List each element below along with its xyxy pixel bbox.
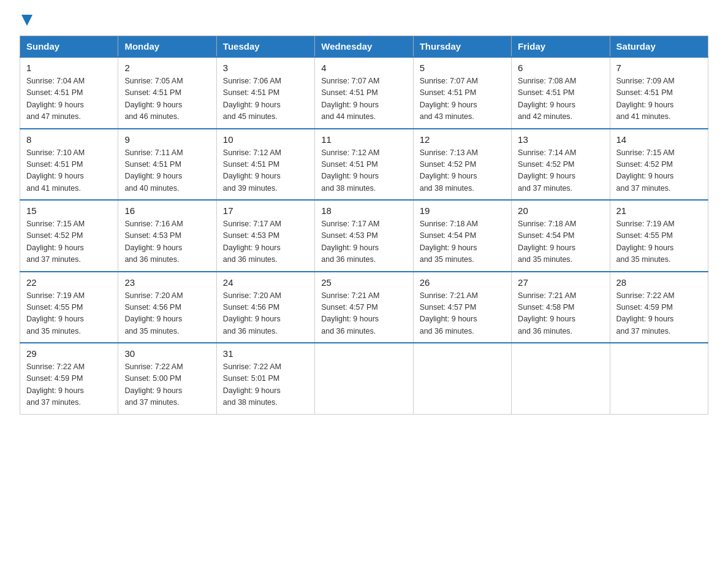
day-info: Sunrise: 7:09 AM Sunset: 4:51 PM Dayligh… xyxy=(616,75,702,123)
calendar-cell: 16 Sunrise: 7:16 AM Sunset: 4:53 PM Dayl… xyxy=(118,200,216,272)
weekday-header-row: SundayMondayTuesdayWednesdayThursdayFrid… xyxy=(20,36,708,58)
day-info: Sunrise: 7:04 AM Sunset: 4:51 PM Dayligh… xyxy=(26,75,112,123)
calendar-cell xyxy=(413,343,511,414)
calendar-cell: 23 Sunrise: 7:20 AM Sunset: 4:56 PM Dayl… xyxy=(118,272,216,343)
day-number: 30 xyxy=(124,348,210,359)
day-info: Sunrise: 7:06 AM Sunset: 4:51 PM Dayligh… xyxy=(223,75,308,123)
calendar-cell: 9 Sunrise: 7:11 AM Sunset: 4:51 PM Dayli… xyxy=(118,129,216,201)
day-number: 24 xyxy=(223,277,308,288)
calendar-cell xyxy=(512,343,610,414)
calendar-cell: 21 Sunrise: 7:19 AM Sunset: 4:55 PM Dayl… xyxy=(610,200,708,272)
week-row-2: 8 Sunrise: 7:10 AM Sunset: 4:51 PM Dayli… xyxy=(20,129,708,201)
weekday-header-tuesday: Tuesday xyxy=(216,36,314,58)
day-number: 18 xyxy=(321,205,406,216)
day-number: 12 xyxy=(420,134,505,145)
calendar-cell: 6 Sunrise: 7:08 AM Sunset: 4:51 PM Dayli… xyxy=(512,57,610,129)
day-number: 22 xyxy=(26,277,112,288)
day-number: 26 xyxy=(420,277,505,288)
day-info: Sunrise: 7:07 AM Sunset: 4:51 PM Dayligh… xyxy=(420,75,505,123)
logo-triangle-icon xyxy=(21,15,32,26)
day-info: Sunrise: 7:14 AM Sunset: 4:52 PM Dayligh… xyxy=(518,147,603,195)
weekday-header-monday: Monday xyxy=(118,36,216,58)
weekday-header-friday: Friday xyxy=(512,36,610,58)
calendar-cell: 20 Sunrise: 7:18 AM Sunset: 4:54 PM Dayl… xyxy=(512,200,610,272)
day-info: Sunrise: 7:20 AM Sunset: 4:56 PM Dayligh… xyxy=(223,290,308,338)
day-number: 21 xyxy=(616,205,702,216)
day-info: Sunrise: 7:05 AM Sunset: 4:51 PM Dayligh… xyxy=(124,75,210,123)
day-info: Sunrise: 7:22 AM Sunset: 4:59 PM Dayligh… xyxy=(26,361,112,409)
calendar-cell: 3 Sunrise: 7:06 AM Sunset: 4:51 PM Dayli… xyxy=(216,57,314,129)
day-number: 7 xyxy=(616,63,702,73)
week-row-3: 15 Sunrise: 7:15 AM Sunset: 4:52 PM Dayl… xyxy=(20,200,708,272)
calendar-cell: 30 Sunrise: 7:22 AM Sunset: 5:00 PM Dayl… xyxy=(118,343,216,414)
calendar-cell: 18 Sunrise: 7:17 AM Sunset: 4:53 PM Dayl… xyxy=(315,200,413,272)
calendar-cell: 14 Sunrise: 7:15 AM Sunset: 4:52 PM Dayl… xyxy=(610,129,708,201)
calendar-cell: 19 Sunrise: 7:18 AM Sunset: 4:54 PM Dayl… xyxy=(413,200,511,272)
calendar-cell: 15 Sunrise: 7:15 AM Sunset: 4:52 PM Dayl… xyxy=(20,200,118,272)
calendar-cell xyxy=(610,343,708,414)
week-row-1: 1 Sunrise: 7:04 AM Sunset: 4:51 PM Dayli… xyxy=(20,57,708,129)
day-info: Sunrise: 7:17 AM Sunset: 4:53 PM Dayligh… xyxy=(223,218,308,266)
day-number: 14 xyxy=(616,134,702,145)
calendar-cell: 12 Sunrise: 7:13 AM Sunset: 4:52 PM Dayl… xyxy=(413,129,511,201)
day-info: Sunrise: 7:19 AM Sunset: 4:55 PM Dayligh… xyxy=(616,218,702,266)
calendar-cell: 1 Sunrise: 7:04 AM Sunset: 4:51 PM Dayli… xyxy=(20,57,118,129)
calendar-cell: 10 Sunrise: 7:12 AM Sunset: 4:51 PM Dayl… xyxy=(216,129,314,201)
day-info: Sunrise: 7:15 AM Sunset: 4:52 PM Dayligh… xyxy=(616,147,702,195)
week-row-5: 29 Sunrise: 7:22 AM Sunset: 4:59 PM Dayl… xyxy=(20,343,708,414)
day-number: 13 xyxy=(518,134,603,145)
day-number: 23 xyxy=(124,277,210,288)
weekday-header-wednesday: Wednesday xyxy=(315,36,413,58)
page-header xyxy=(20,15,708,26)
day-info: Sunrise: 7:19 AM Sunset: 4:55 PM Dayligh… xyxy=(26,290,112,338)
calendar-cell: 25 Sunrise: 7:21 AM Sunset: 4:57 PM Dayl… xyxy=(315,272,413,343)
calendar-cell: 26 Sunrise: 7:21 AM Sunset: 4:57 PM Dayl… xyxy=(413,272,511,343)
day-number: 25 xyxy=(321,277,406,288)
calendar-cell: 22 Sunrise: 7:19 AM Sunset: 4:55 PM Dayl… xyxy=(20,272,118,343)
day-number: 31 xyxy=(223,348,308,359)
calendar-cell: 5 Sunrise: 7:07 AM Sunset: 4:51 PM Dayli… xyxy=(413,57,511,129)
day-info: Sunrise: 7:15 AM Sunset: 4:52 PM Dayligh… xyxy=(26,218,112,266)
day-info: Sunrise: 7:16 AM Sunset: 4:53 PM Dayligh… xyxy=(124,218,210,266)
calendar-cell: 7 Sunrise: 7:09 AM Sunset: 4:51 PM Dayli… xyxy=(610,57,708,129)
day-number: 17 xyxy=(223,205,308,216)
day-number: 8 xyxy=(26,134,112,145)
day-info: Sunrise: 7:12 AM Sunset: 4:51 PM Dayligh… xyxy=(321,147,406,195)
day-info: Sunrise: 7:08 AM Sunset: 4:51 PM Dayligh… xyxy=(518,75,603,123)
day-number: 11 xyxy=(321,134,406,145)
day-number: 6 xyxy=(518,63,603,73)
day-number: 1 xyxy=(26,63,112,73)
day-info: Sunrise: 7:11 AM Sunset: 4:51 PM Dayligh… xyxy=(124,147,210,195)
calendar-cell: 13 Sunrise: 7:14 AM Sunset: 4:52 PM Dayl… xyxy=(512,129,610,201)
day-number: 10 xyxy=(223,134,308,145)
day-info: Sunrise: 7:22 AM Sunset: 4:59 PM Dayligh… xyxy=(616,290,702,338)
day-info: Sunrise: 7:13 AM Sunset: 4:52 PM Dayligh… xyxy=(420,147,505,195)
day-info: Sunrise: 7:12 AM Sunset: 4:51 PM Dayligh… xyxy=(223,147,308,195)
day-info: Sunrise: 7:21 AM Sunset: 4:57 PM Dayligh… xyxy=(321,290,406,338)
calendar-cell xyxy=(315,343,413,414)
calendar-cell: 29 Sunrise: 7:22 AM Sunset: 4:59 PM Dayl… xyxy=(20,343,118,414)
day-number: 29 xyxy=(26,348,112,359)
day-info: Sunrise: 7:22 AM Sunset: 5:00 PM Dayligh… xyxy=(124,361,210,409)
logo xyxy=(20,15,32,26)
day-number: 2 xyxy=(124,63,210,73)
weekday-header-saturday: Saturday xyxy=(610,36,708,58)
day-number: 3 xyxy=(223,63,308,73)
logo-blue-row xyxy=(20,15,32,26)
calendar-cell: 2 Sunrise: 7:05 AM Sunset: 4:51 PM Dayli… xyxy=(118,57,216,129)
day-number: 28 xyxy=(616,277,702,288)
calendar-table: SundayMondayTuesdayWednesdayThursdayFrid… xyxy=(20,36,708,415)
svg-marker-0 xyxy=(21,15,32,26)
day-number: 4 xyxy=(321,63,406,73)
day-number: 15 xyxy=(26,205,112,216)
calendar-cell: 28 Sunrise: 7:22 AM Sunset: 4:59 PM Dayl… xyxy=(610,272,708,343)
day-number: 20 xyxy=(518,205,603,216)
weekday-header-thursday: Thursday xyxy=(413,36,511,58)
day-info: Sunrise: 7:18 AM Sunset: 4:54 PM Dayligh… xyxy=(420,218,505,266)
day-info: Sunrise: 7:20 AM Sunset: 4:56 PM Dayligh… xyxy=(124,290,210,338)
day-info: Sunrise: 7:10 AM Sunset: 4:51 PM Dayligh… xyxy=(26,147,112,195)
day-number: 5 xyxy=(420,63,505,73)
day-info: Sunrise: 7:07 AM Sunset: 4:51 PM Dayligh… xyxy=(321,75,406,123)
day-number: 9 xyxy=(124,134,210,145)
calendar-cell: 31 Sunrise: 7:22 AM Sunset: 5:01 PM Dayl… xyxy=(216,343,314,414)
